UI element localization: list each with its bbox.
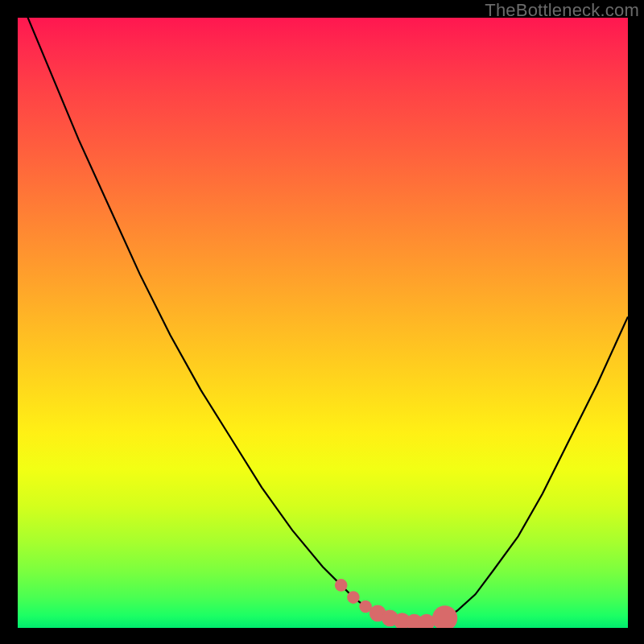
plot-svg (18, 18, 628, 628)
bottom-markers (335, 579, 457, 628)
bottleneck-curve (18, 18, 628, 622)
marker-dot (419, 614, 436, 628)
marker-dot (432, 605, 457, 628)
marker-dot (347, 591, 360, 604)
chart-frame: TheBottleneck.com (0, 0, 644, 644)
marker-dot (335, 579, 348, 592)
watermark-text: TheBottleneck.com (485, 0, 639, 21)
plot-area (18, 18, 628, 628)
